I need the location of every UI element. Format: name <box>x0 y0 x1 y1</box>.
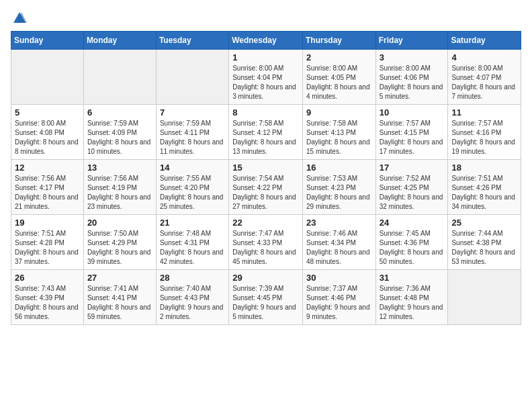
day-number: 31 <box>380 273 445 283</box>
day-info: Sunrise: 7:52 AM Sunset: 4:25 PM Dayligh… <box>380 174 445 212</box>
day-number: 13 <box>87 163 152 173</box>
calendar-cell: 24Sunrise: 7:45 AM Sunset: 4:36 PM Dayli… <box>375 215 448 270</box>
calendar-cell: 16Sunrise: 7:53 AM Sunset: 4:23 PM Dayli… <box>302 160 375 215</box>
day-info: Sunrise: 7:39 AM Sunset: 4:45 PM Dayligh… <box>232 284 299 322</box>
calendar-cell: 13Sunrise: 7:56 AM Sunset: 4:19 PM Dayli… <box>83 160 156 215</box>
day-number: 25 <box>451 218 517 228</box>
day-info: Sunrise: 7:59 AM Sunset: 4:09 PM Dayligh… <box>87 119 152 156</box>
day-number: 6 <box>87 107 152 118</box>
weekday-header-monday: Monday <box>83 32 156 50</box>
calendar-cell: 2Sunrise: 8:00 AM Sunset: 4:05 PM Daylig… <box>302 50 375 105</box>
calendar-cell: 27Sunrise: 7:41 AM Sunset: 4:41 PM Dayli… <box>83 270 156 325</box>
day-number: 8 <box>232 107 299 118</box>
day-info: Sunrise: 7:59 AM Sunset: 4:11 PM Dayligh… <box>160 119 225 156</box>
calendar-week-2: 5Sunrise: 8:00 AM Sunset: 4:08 PM Daylig… <box>11 105 521 160</box>
calendar-week-1: 1Sunrise: 8:00 AM Sunset: 4:04 PM Daylig… <box>11 50 521 105</box>
day-info: Sunrise: 7:51 AM Sunset: 4:26 PM Dayligh… <box>451 174 517 212</box>
day-info: Sunrise: 8:00 AM Sunset: 4:06 PM Dayligh… <box>380 64 445 101</box>
day-info: Sunrise: 8:00 AM Sunset: 4:07 PM Dayligh… <box>451 64 517 101</box>
day-number: 20 <box>87 218 152 228</box>
day-info: Sunrise: 7:53 AM Sunset: 4:23 PM Dayligh… <box>306 174 372 212</box>
day-number: 14 <box>160 163 225 173</box>
day-info: Sunrise: 7:46 AM Sunset: 4:34 PM Dayligh… <box>306 229 372 267</box>
day-number: 3 <box>380 52 445 62</box>
logo-icon <box>12 11 27 26</box>
day-info: Sunrise: 7:57 AM Sunset: 4:15 PM Dayligh… <box>380 119 445 156</box>
day-info: Sunrise: 7:41 AM Sunset: 4:41 PM Dayligh… <box>87 284 152 322</box>
day-info: Sunrise: 7:44 AM Sunset: 4:38 PM Dayligh… <box>451 229 517 267</box>
day-number: 16 <box>306 163 372 173</box>
day-number: 5 <box>15 107 80 118</box>
weekday-header-sunday: Sunday <box>11 32 84 50</box>
calendar-week-4: 19Sunrise: 7:51 AM Sunset: 4:28 PM Dayli… <box>11 215 521 270</box>
day-number: 7 <box>160 107 225 118</box>
day-number: 22 <box>232 218 299 228</box>
calendar-header: SundayMondayTuesdayWednesdayThursdayFrid… <box>11 32 521 50</box>
day-info: Sunrise: 7:58 AM Sunset: 4:12 PM Dayligh… <box>232 119 299 156</box>
calendar-cell: 6Sunrise: 7:59 AM Sunset: 4:09 PM Daylig… <box>83 105 156 160</box>
calendar-body: 1Sunrise: 8:00 AM Sunset: 4:04 PM Daylig… <box>11 50 521 325</box>
day-number: 24 <box>380 218 445 228</box>
calendar-cell: 4Sunrise: 8:00 AM Sunset: 4:07 PM Daylig… <box>448 50 521 105</box>
weekday-header-friday: Friday <box>375 32 448 50</box>
day-number: 21 <box>160 218 225 228</box>
day-info: Sunrise: 7:56 AM Sunset: 4:19 PM Dayligh… <box>87 174 152 212</box>
weekday-row: SundayMondayTuesdayWednesdayThursdayFrid… <box>11 32 521 50</box>
day-info: Sunrise: 7:51 AM Sunset: 4:28 PM Dayligh… <box>15 229 80 267</box>
day-info: Sunrise: 7:47 AM Sunset: 4:33 PM Dayligh… <box>232 229 299 267</box>
calendar-cell: 9Sunrise: 7:58 AM Sunset: 4:13 PM Daylig… <box>302 105 375 160</box>
calendar-cell: 12Sunrise: 7:56 AM Sunset: 4:17 PM Dayli… <box>11 160 84 215</box>
day-number: 4 <box>451 52 517 62</box>
weekday-header-thursday: Thursday <box>302 32 375 50</box>
calendar-cell: 11Sunrise: 7:57 AM Sunset: 4:16 PM Dayli… <box>448 105 521 160</box>
calendar-week-5: 26Sunrise: 7:43 AM Sunset: 4:39 PM Dayli… <box>11 270 521 325</box>
page-header <box>11 11 521 23</box>
calendar-cell <box>83 50 156 105</box>
day-number: 10 <box>380 107 445 118</box>
day-info: Sunrise: 7:48 AM Sunset: 4:31 PM Dayligh… <box>160 229 225 267</box>
calendar-cell: 19Sunrise: 7:51 AM Sunset: 4:28 PM Dayli… <box>11 215 84 270</box>
calendar-cell: 25Sunrise: 7:44 AM Sunset: 4:38 PM Dayli… <box>448 215 521 270</box>
calendar-cell: 26Sunrise: 7:43 AM Sunset: 4:39 PM Dayli… <box>11 270 84 325</box>
calendar-cell: 31Sunrise: 7:36 AM Sunset: 4:48 PM Dayli… <box>375 270 448 325</box>
logo <box>11 11 27 23</box>
day-info: Sunrise: 7:58 AM Sunset: 4:13 PM Dayligh… <box>306 119 372 156</box>
day-number: 27 <box>87 273 152 283</box>
day-info: Sunrise: 8:00 AM Sunset: 4:05 PM Dayligh… <box>306 64 372 101</box>
weekday-header-tuesday: Tuesday <box>156 32 228 50</box>
calendar-cell: 20Sunrise: 7:50 AM Sunset: 4:29 PM Dayli… <box>83 215 156 270</box>
day-number: 12 <box>15 163 80 173</box>
day-info: Sunrise: 7:36 AM Sunset: 4:48 PM Dayligh… <box>380 284 445 322</box>
calendar-cell: 10Sunrise: 7:57 AM Sunset: 4:15 PM Dayli… <box>375 105 448 160</box>
calendar-cell: 18Sunrise: 7:51 AM Sunset: 4:26 PM Dayli… <box>448 160 521 215</box>
calendar-table: SundayMondayTuesdayWednesdayThursdayFrid… <box>11 31 521 325</box>
calendar-week-3: 12Sunrise: 7:56 AM Sunset: 4:17 PM Dayli… <box>11 160 521 215</box>
day-info: Sunrise: 8:00 AM Sunset: 4:04 PM Dayligh… <box>232 64 299 101</box>
calendar-cell: 14Sunrise: 7:55 AM Sunset: 4:20 PM Dayli… <box>156 160 228 215</box>
day-number: 26 <box>15 273 80 283</box>
calendar-cell: 3Sunrise: 8:00 AM Sunset: 4:06 PM Daylig… <box>375 50 448 105</box>
day-number: 15 <box>232 163 299 173</box>
calendar-cell: 8Sunrise: 7:58 AM Sunset: 4:12 PM Daylig… <box>229 105 303 160</box>
calendar-cell: 23Sunrise: 7:46 AM Sunset: 4:34 PM Dayli… <box>302 215 375 270</box>
day-info: Sunrise: 7:54 AM Sunset: 4:22 PM Dayligh… <box>232 174 299 212</box>
day-number: 29 <box>232 273 299 283</box>
calendar-cell: 17Sunrise: 7:52 AM Sunset: 4:25 PM Dayli… <box>375 160 448 215</box>
calendar-cell: 5Sunrise: 8:00 AM Sunset: 4:08 PM Daylig… <box>11 105 84 160</box>
day-number: 30 <box>306 273 372 283</box>
day-info: Sunrise: 7:45 AM Sunset: 4:36 PM Dayligh… <box>380 229 445 267</box>
calendar-cell: 29Sunrise: 7:39 AM Sunset: 4:45 PM Dayli… <box>229 270 303 325</box>
day-number: 23 <box>306 218 372 228</box>
calendar-cell: 30Sunrise: 7:37 AM Sunset: 4:46 PM Dayli… <box>302 270 375 325</box>
calendar-cell <box>156 50 228 105</box>
day-number: 1 <box>232 52 299 62</box>
calendar-cell: 15Sunrise: 7:54 AM Sunset: 4:22 PM Dayli… <box>229 160 303 215</box>
day-number: 28 <box>160 273 225 283</box>
day-number: 11 <box>451 107 517 118</box>
day-info: Sunrise: 7:40 AM Sunset: 4:43 PM Dayligh… <box>160 284 225 322</box>
weekday-header-saturday: Saturday <box>448 32 521 50</box>
day-info: Sunrise: 8:00 AM Sunset: 4:08 PM Dayligh… <box>15 119 80 156</box>
calendar-cell: 22Sunrise: 7:47 AM Sunset: 4:33 PM Dayli… <box>229 215 303 270</box>
calendar-cell: 21Sunrise: 7:48 AM Sunset: 4:31 PM Dayli… <box>156 215 228 270</box>
calendar-cell: 28Sunrise: 7:40 AM Sunset: 4:43 PM Dayli… <box>156 270 228 325</box>
